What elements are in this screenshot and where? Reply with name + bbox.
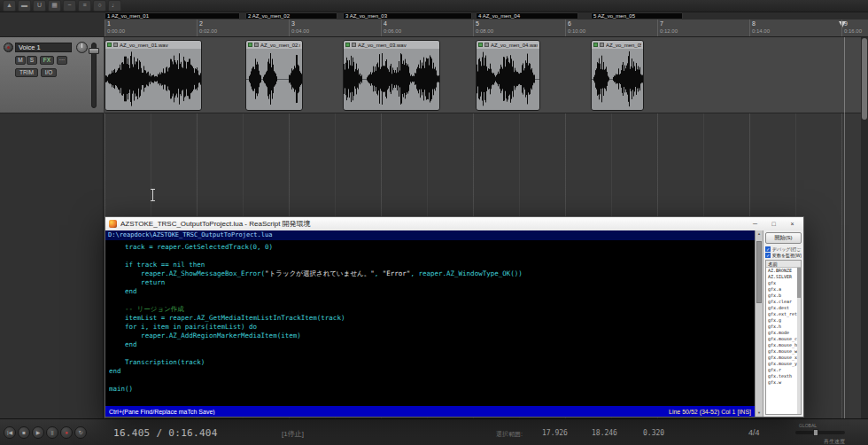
- ruler-label: 70:12.00: [657, 20, 678, 37]
- region-marker[interactable]: 2 AZ_vo_men_02: [245, 12, 337, 20]
- watch-row[interactable]: gfx.mouse_cap: [766, 336, 797, 342]
- solo-button[interactable]: S: [27, 56, 37, 65]
- selection-length[interactable]: 0.320: [643, 429, 664, 437]
- watch-row[interactable]: gfx: [766, 280, 797, 286]
- item-lock-icon[interactable]: [352, 43, 356, 47]
- debug-option[interactable]: ✓デバッグ(行ごと): [765, 246, 802, 252]
- item-lock-icon[interactable]: [254, 43, 259, 47]
- go-to-start-button[interactable]: |◀: [4, 426, 16, 439]
- media-item[interactable]: AZ_vo_men_04.wav: [476, 40, 540, 111]
- playrate-slider-thumb[interactable]: [813, 429, 818, 436]
- watch-row[interactable]: gfx.clear: [766, 299, 797, 305]
- watch-scrollbar-thumb[interactable]: [797, 268, 801, 298]
- item-lock-icon[interactable]: [113, 43, 118, 47]
- mute-button[interactable]: M: [15, 56, 26, 65]
- editor-scrollbar-thumb[interactable]: [756, 241, 762, 303]
- watch-row[interactable]: gfx.h: [766, 324, 797, 330]
- fx-button[interactable]: FX: [40, 56, 54, 65]
- code-editor[interactable]: track = reaper.GetSelectedTrack(0, 0) if…: [105, 240, 755, 406]
- watch-row[interactable]: gfx.mouse_wheel: [766, 348, 797, 355]
- pointer-tool-icon[interactable]: ▲: [3, 0, 16, 12]
- media-item[interactable]: AZ_vo_men_03.wav: [343, 40, 440, 111]
- scroll-up-icon[interactable]: ▲: [756, 230, 763, 238]
- time-display[interactable]: 16.405 / 0:16.404: [113, 427, 218, 439]
- window-titlebar[interactable]: AZSTOKE_TRSC_OutputToProject.lua - ReaSc…: [105, 217, 803, 230]
- item-fx-icon[interactable]: [107, 43, 112, 47]
- region-marker[interactable]: 3 AZ_vo_men_03: [343, 12, 472, 20]
- ruler-measure-number: 7: [660, 20, 678, 27]
- watch-row[interactable]: AZ.SILVER: [766, 274, 797, 280]
- metronome-icon[interactable]: ♩: [108, 0, 121, 12]
- watch-row[interactable]: gfx.mode: [766, 330, 797, 336]
- group-toggle-icon[interactable]: ○: [93, 0, 106, 12]
- routing-button[interactable]: I/O: [41, 68, 57, 77]
- pan-knob[interactable]: [76, 42, 88, 53]
- ripple-edit-icon[interactable]: ≡: [78, 0, 91, 12]
- grid-toggle-icon[interactable]: ▦: [48, 0, 61, 12]
- ruler-label: 10:00.00: [105, 20, 125, 37]
- region-marker[interactable]: 1 AZ_vo_men_01: [105, 12, 240, 20]
- media-item[interactable]: AZ_vo_men_02.wav: [245, 40, 303, 111]
- watch-row[interactable]: gfx.mouse_x: [766, 355, 797, 361]
- vertical-scrollbar-thumb[interactable]: [862, 38, 867, 120]
- item-fx-icon[interactable]: [345, 43, 350, 47]
- volume-fader-thumb[interactable]: [89, 48, 99, 54]
- record-button[interactable]: ●: [60, 426, 73, 439]
- playrate-slider[interactable]: [795, 431, 845, 434]
- item-fx-icon[interactable]: [593, 43, 598, 47]
- item-lock-icon[interactable]: [600, 43, 604, 47]
- play-button[interactable]: ▶: [32, 426, 44, 439]
- close-button[interactable]: ×: [785, 219, 800, 230]
- more-options-button[interactable]: ···: [57, 56, 67, 65]
- media-item-name: AZ_vo_men_01.wav: [120, 43, 168, 48]
- region-marker[interactable]: 5 AZ_vo_men_05: [591, 12, 683, 20]
- watch-row[interactable]: gfx.r: [766, 367, 797, 373]
- media-item[interactable]: AZ_vo_men_01.wav: [105, 40, 202, 111]
- watch-row[interactable]: gfx.a: [766, 286, 797, 293]
- watch-row[interactable]: gfx.texth: [766, 373, 797, 379]
- envelope-toggle-icon[interactable]: ~: [63, 0, 76, 12]
- track-control-panel[interactable]: Voice 1 M S FX ··· TRIM I/O: [0, 37, 104, 113]
- media-item-name: AZ_vo_men_02.wav: [260, 43, 300, 48]
- stop-button[interactable]: ■: [18, 426, 30, 439]
- media-item[interactable]: AZ_vo_men_05.wav: [591, 40, 644, 111]
- region-marker[interactable]: 4 AZ_vo_men_04: [476, 12, 578, 20]
- scroll-down-icon[interactable]: ▼: [756, 410, 763, 417]
- watch-row[interactable]: gfx.b: [766, 293, 797, 299]
- start-button[interactable]: 開始(S): [765, 232, 802, 244]
- ruler-measure-number: 4: [384, 20, 401, 27]
- watch-row[interactable]: gfx.g: [766, 317, 797, 324]
- track-name[interactable]: Voice 1: [15, 43, 72, 52]
- item-lock-icon[interactable]: [484, 43, 489, 47]
- time-signature[interactable]: 4/4: [748, 428, 760, 437]
- selection-start[interactable]: 17.926: [542, 429, 568, 437]
- watch-row[interactable]: gfx.w: [766, 379, 797, 386]
- watch-row[interactable]: gfx.ext_retval: [766, 311, 797, 317]
- record-arm-button[interactable]: [4, 43, 13, 52]
- watch-row[interactable]: gfx.mouse_hwheel: [766, 342, 797, 348]
- debug-option[interactable]: ✓変数を監視(W): [765, 252, 802, 258]
- watch-scrollbar[interactable]: [797, 268, 801, 414]
- maximize-button[interactable]: □: [766, 219, 781, 230]
- vertical-scrollbar[interactable]: [861, 37, 868, 418]
- watch-row[interactable]: gfx.mouse_y: [766, 361, 797, 367]
- magnet-snap-icon[interactable]: U: [33, 0, 46, 12]
- watch-row[interactable]: AZ.BRONZE: [766, 268, 797, 274]
- volume-fader[interactable]: [91, 43, 97, 108]
- playhead-line: [844, 37, 845, 418]
- timeline-ruler[interactable]: 10:00.0020:02.0030:04.0040:06.0050:08.00…: [105, 20, 868, 37]
- item-tool-icon[interactable]: ▬: [18, 0, 31, 12]
- selection-end[interactable]: 18.246: [592, 429, 617, 437]
- item-fx-icon[interactable]: [248, 43, 252, 47]
- editor-scrollbar[interactable]: ▲ ▼: [755, 230, 763, 417]
- checkbox-icon[interactable]: ✓: [765, 246, 771, 252]
- checkbox-icon[interactable]: ✓: [765, 253, 771, 258]
- item-fx-icon[interactable]: [478, 43, 483, 47]
- pause-button[interactable]: ||: [46, 426, 58, 439]
- watch-list[interactable]: AZ.BRONZEAZ.SILVERgfxgfx.agfx.bgfx.clear…: [766, 268, 797, 414]
- minimize-button[interactable]: ─: [748, 219, 763, 230]
- track-lane[interactable]: AZ_vo_men_01.wavAZ_vo_men_02.wavAZ_vo_me…: [105, 37, 861, 113]
- trim-button[interactable]: TRIM: [15, 68, 38, 77]
- repeat-button[interactable]: ↻: [74, 426, 87, 439]
- watch-row[interactable]: gfx.dest: [766, 305, 797, 311]
